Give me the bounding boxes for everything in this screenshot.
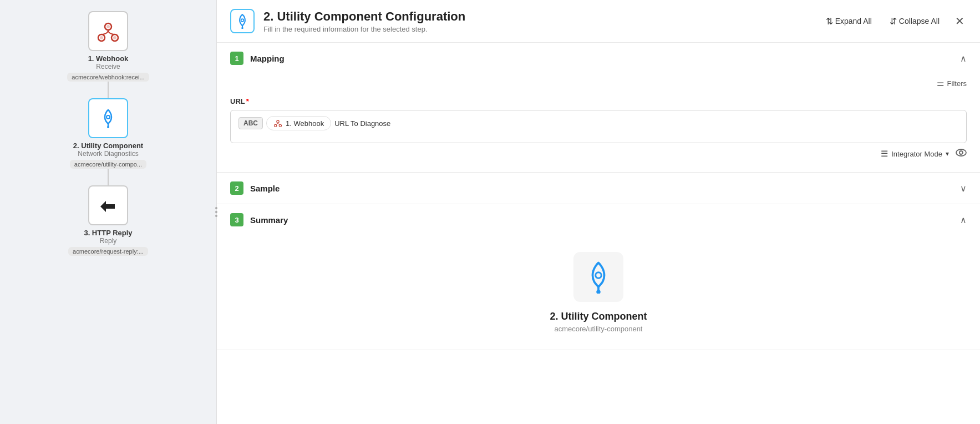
url-tags: ABC 1. Webhook URL (238, 116, 958, 130)
header-actions: ⇅ Expand All ⇵ Collapse All ✕ (821, 12, 967, 30)
summary-icon-box (573, 252, 623, 302)
eye-icon (956, 149, 967, 157)
svg-point-9 (241, 27, 243, 29)
section-sample-header[interactable]: 2 Sample ∨ (217, 173, 980, 204)
node-subtitle-utility: Network Diagnostics (78, 150, 138, 158)
filters-button[interactable]: ⚌ Filters (937, 78, 967, 88)
url-to-diagnose-tag: URL To Diagnose (334, 119, 390, 128)
svg-point-8 (241, 19, 244, 22)
close-button[interactable]: ✕ (953, 12, 967, 30)
summary-content: 2. Utility Component acmecore/utility-co… (217, 235, 980, 350)
http-reply-icon (97, 194, 119, 216)
section-title-sample: Sample (250, 184, 960, 193)
webhook-tag[interactable]: 1. Webhook (266, 116, 331, 130)
node-subtitle-http-reply: Reply (100, 237, 117, 245)
panel-title: 2. Utility Component Configuration (263, 9, 813, 24)
node-badge-webhook: acmecore/webhook:recei... (67, 73, 149, 82)
integrator-mode-button[interactable]: ☰ Integrator Mode ▾ (881, 149, 949, 159)
url-field-label: URL* (230, 97, 967, 105)
summary-utility-icon (582, 260, 615, 294)
drag-dot (215, 207, 216, 209)
expand-all-label: Expand All (835, 17, 872, 26)
svg-point-11 (274, 124, 276, 127)
drag-dot (215, 215, 216, 217)
mapping-chevron-icon: ∧ (960, 53, 967, 64)
node-box-webhook[interactable] (88, 11, 128, 51)
section-number-2: 2 (230, 181, 243, 195)
svg-point-16 (596, 290, 601, 294)
webhook-icon (96, 19, 120, 43)
panel-subtitle: Fill in the required information for the… (263, 25, 813, 33)
node-badge-utility: acmecore/utility-compo... (70, 160, 146, 169)
integrator-mode-chevron: ▾ (946, 150, 949, 158)
node-box-utility[interactable] (88, 98, 128, 138)
connector-1-2 (108, 82, 109, 98)
svg-point-13 (956, 149, 966, 156)
node-badge-http-reply: acmecore/request-reply:... (68, 247, 148, 256)
node-subtitle-webhook: Receive (96, 63, 120, 70)
section-sample: 2 Sample ∨ (217, 173, 980, 204)
url-field[interactable]: ABC 1. Webhook URL (230, 110, 967, 143)
svg-point-6 (106, 115, 110, 119)
svg-point-10 (277, 120, 279, 123)
filters-bar: ⚌ Filters (230, 74, 967, 97)
sidebar: 1. Webhook Receive acmecore/webhook:rece… (0, 0, 216, 424)
integrator-mode-label: Integrator Mode (891, 150, 942, 158)
integrator-mode-icon: ☰ (881, 149, 888, 159)
abc-tag[interactable]: ABC (238, 117, 263, 129)
node-title-webhook: 1. Webhook (88, 54, 129, 63)
summary-component-name: 2. Utility Component (550, 311, 647, 322)
drag-dot (215, 211, 216, 213)
flow-node-http-reply: 3. HTTP Reply Reply acmecore/request-rep… (68, 185, 148, 256)
collapse-all-button[interactable]: ⇵ Collapse All (885, 14, 944, 29)
svg-point-14 (959, 151, 963, 154)
flow-node-webhook: 1. Webhook Receive acmecore/webhook:rece… (67, 11, 149, 82)
node-title-utility: 2. Utility Component (73, 142, 143, 150)
section-title-mapping: Mapping (250, 54, 960, 63)
connector-2-3 (108, 169, 109, 185)
mapping-content: ⚌ Filters URL* ABC (217, 74, 980, 172)
svg-point-4 (100, 36, 103, 39)
flow-node-utility: 2. Utility Component Network Diagnostics… (70, 98, 146, 169)
node-box-http-reply[interactable] (88, 185, 128, 225)
header-utility-icon (230, 9, 255, 33)
panel-content: 1 Mapping ∧ ⚌ Filters URL* ABC (217, 43, 980, 424)
field-bottom-actions: ☰ Integrator Mode ▾ (230, 149, 967, 159)
filters-icon: ⚌ (937, 78, 944, 88)
webhook-tag-label: 1. Webhook (286, 119, 324, 128)
eye-button[interactable] (956, 149, 967, 159)
svg-point-3 (106, 25, 110, 28)
svg-point-12 (279, 124, 281, 127)
sidebar-drag-handle[interactable] (212, 203, 216, 221)
utility-icon (97, 107, 119, 129)
svg-point-5 (113, 36, 116, 39)
summary-component-path: acmecore/utility-component (555, 325, 643, 333)
svg-point-15 (596, 272, 602, 279)
header-icon-svg (235, 13, 250, 29)
expand-all-button[interactable]: ⇅ Expand All (821, 14, 876, 29)
collapse-all-label: Collapse All (899, 17, 940, 26)
sample-chevron-icon: ∨ (960, 183, 967, 194)
header-text: 2. Utility Component Configuration Fill … (263, 9, 813, 33)
webhook-mini-icon (273, 119, 282, 128)
section-summary: 3 Summary ∧ 2. Utility Component acmecor… (217, 204, 980, 350)
expand-all-icon: ⇅ (826, 16, 833, 27)
svg-point-7 (107, 126, 109, 128)
section-number-1: 1 (230, 52, 243, 65)
required-star: * (246, 97, 249, 105)
filters-label: Filters (947, 79, 967, 88)
section-mapping: 1 Mapping ∧ ⚌ Filters URL* ABC (217, 43, 980, 173)
collapse-all-icon: ⇵ (890, 16, 897, 27)
node-title-http-reply: 3. HTTP Reply (84, 229, 132, 237)
panel-header: 2. Utility Component Configuration Fill … (217, 0, 980, 43)
section-mapping-header[interactable]: 1 Mapping ∧ (217, 43, 980, 74)
